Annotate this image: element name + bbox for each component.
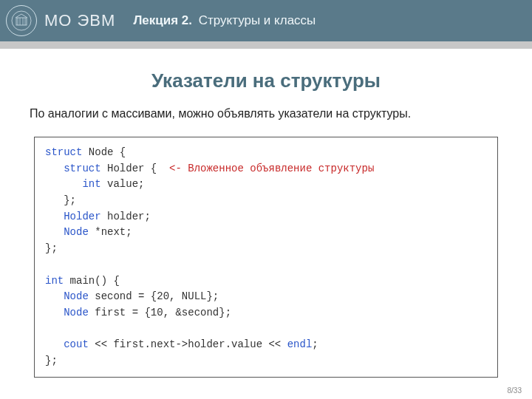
lecture-number: Лекция 2. <box>133 13 192 27</box>
code-kw: Node <box>64 307 89 318</box>
code-kw: int <box>45 275 64 287</box>
code-kw: endl <box>287 338 313 350</box>
code-text: *next; <box>89 226 132 238</box>
code-text: value; <box>101 178 145 190</box>
code-kw: Node <box>64 290 89 302</box>
lecture-title: Структуры и классы <box>199 13 316 27</box>
code-text: Holder { <box>101 163 169 174</box>
code-kw: cout <box>64 338 89 350</box>
header-divider <box>0 41 532 49</box>
code-kw: Holder <box>64 211 100 222</box>
code-text: ; <box>312 338 318 350</box>
code-kw: struct <box>45 146 82 158</box>
code-text: Node { <box>82 146 126 158</box>
slide-header: МО ЭВМ Лекция 2. Структуры и классы <box>0 0 532 41</box>
emblem-icon <box>10 10 33 32</box>
slide-title: Указатели на структуры <box>30 69 502 92</box>
code-text: holder; <box>101 211 151 222</box>
code-comment: <- Вложенное объявление структуры <box>169 163 374 174</box>
lecture-label: Лекция 2. Структуры и классы <box>133 13 316 28</box>
code-text: << first.next->holder.value << <box>89 338 287 350</box>
code-kw: struct <box>64 163 100 174</box>
logo-emblem <box>6 5 37 36</box>
code-block: struct Node { struct Holder { <- Вложенн… <box>34 137 498 378</box>
code-text: first = {10, &second}; <box>89 307 231 318</box>
code-kw: Node <box>64 226 89 238</box>
code-text: }; <box>45 194 76 206</box>
slide-content: Указатели на структуры По аналогии с мас… <box>0 49 532 378</box>
code-text: main() { <box>64 275 120 287</box>
code-text: }; <box>45 242 58 254</box>
code-text: }; <box>45 355 58 366</box>
slide-body-text: По аналогии с массивами, можно объявлять… <box>30 107 502 120</box>
brand-text: МО ЭВМ <box>44 11 115 30</box>
page-number: 8/33 <box>508 386 522 395</box>
code-text: second = {20, NULL}; <box>89 290 219 302</box>
code-kw: int <box>82 178 100 190</box>
